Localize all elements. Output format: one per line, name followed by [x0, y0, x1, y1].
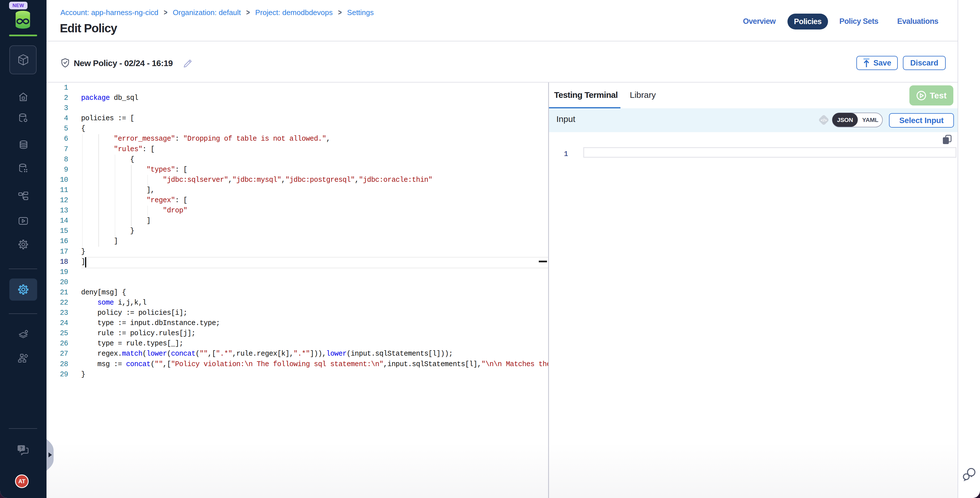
- svg-text:?: ?: [20, 445, 22, 450]
- svg-text:</>: </>: [821, 118, 827, 123]
